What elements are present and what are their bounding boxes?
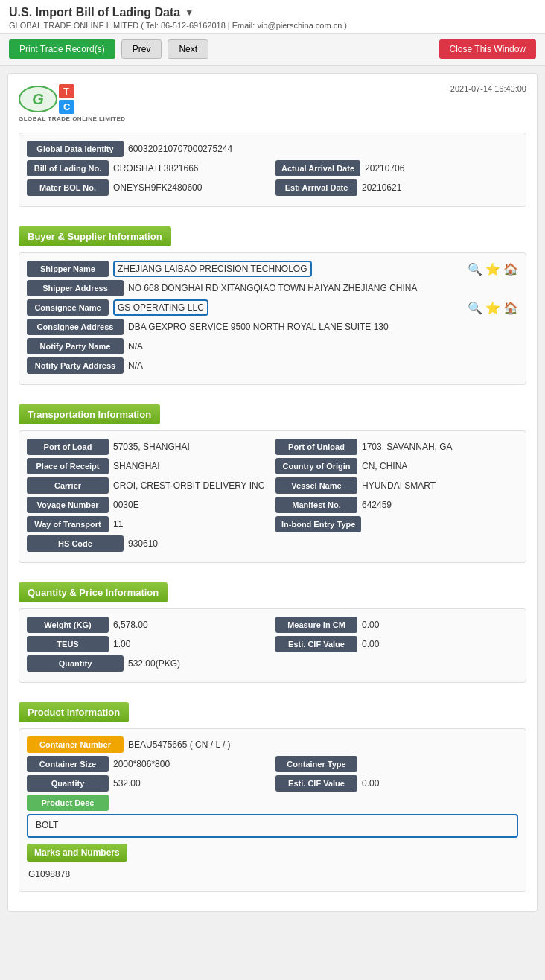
hs-code-row: HS Code 930610 bbox=[27, 535, 518, 552]
consignee-name-value: GS OPERATING LLC bbox=[109, 299, 462, 316]
receipt-origin-row: Place of Receipt SHANGHAI Country of Ori… bbox=[27, 458, 518, 474]
notify-party-address-label: Notify Party Address bbox=[27, 357, 124, 374]
prev-button[interactable]: Prev bbox=[121, 39, 162, 59]
place-receipt-label: Place of Receipt bbox=[27, 458, 109, 474]
consignee-name-pair: Consignee Name GS OPERATING LLC bbox=[27, 299, 462, 316]
product-qty-value: 532.00 bbox=[109, 778, 270, 789]
master-bol-label: Mater BOL No. bbox=[27, 179, 109, 196]
master-bol-value: ONEYSH9FK2480600 bbox=[109, 182, 270, 193]
buyer-supplier-section: Shipper Name ZHEJIANG LAIBAO PRECISION T… bbox=[19, 252, 526, 385]
shipper-address-value: NO 668 DONGHAI RD XITANGQIAO TOWN HAIYAN… bbox=[124, 283, 518, 293]
measure-pair: Measure in CM 0.00 bbox=[275, 617, 518, 633]
consignee-address-row: Consignee Address DBA GEXPRO SERVICE 950… bbox=[27, 319, 518, 335]
esti-arrival-pair: Esti Arrival Date 20210621 bbox=[275, 179, 518, 196]
page-header: U.S. Import Bill of Lading Data ▼ GLOBAL… bbox=[0, 0, 545, 34]
actual-arrival-value: 20210706 bbox=[360, 163, 518, 174]
port-unload-value: 1703, SAVANNAH, GA bbox=[357, 442, 518, 452]
weight-value: 6,578.00 bbox=[109, 620, 270, 630]
notify-party-address-value: N/A bbox=[124, 360, 518, 371]
inbond-label: In-bond Entry Type bbox=[275, 516, 361, 532]
esti-cif-pair: Esti. CIF Value 0.00 bbox=[275, 636, 518, 652]
page-title-text: U.S. Import Bill of Lading Data bbox=[9, 6, 180, 19]
container-type-pair: Container Type bbox=[275, 756, 518, 772]
teus-label: TEUS bbox=[27, 636, 109, 652]
carrier-value: CROI, CREST-ORBIT DELIVERY INC bbox=[109, 480, 270, 491]
product-header: Product Information bbox=[19, 702, 129, 722]
doc-header: G T C GLOBAL TRADE ONLINE LIMITED 2021-0… bbox=[19, 84, 526, 122]
esti-arrival-value: 20210621 bbox=[357, 182, 518, 193]
close-window-button[interactable]: Close This Window bbox=[439, 39, 536, 59]
voyage-label: Voyage Number bbox=[27, 497, 109, 513]
consignee-search-icon[interactable]: 🔍 bbox=[468, 301, 482, 315]
voyage-value: 0030E bbox=[109, 500, 270, 510]
inbond-pair: In-bond Entry Type bbox=[275, 516, 518, 532]
logo-graphic: G T C bbox=[19, 84, 74, 114]
consignee-address-value: DBA GEXPRO SERVICE 9500 NORTH ROYAL LANE… bbox=[124, 322, 518, 332]
toolbar: Print Trade Record(s) Prev Next Close Th… bbox=[0, 34, 545, 66]
consignee-star-icon[interactable]: ⭐ bbox=[485, 301, 500, 315]
quantity-price-section: Weight (KG) 6,578.00 Measure in CM 0.00 … bbox=[19, 608, 526, 683]
product-qty-cif-row: Quantity 532.00 Esti. CIF Value 0.00 bbox=[27, 775, 518, 792]
product-desc-value: BOLT bbox=[27, 814, 518, 838]
transportation-section: Port of Load 57035, SHANGHAI Port of Unl… bbox=[19, 430, 526, 563]
next-button[interactable]: Next bbox=[168, 39, 208, 59]
vessel-name-label: Vessel Name bbox=[275, 477, 357, 494]
country-origin-label: Country of Origin bbox=[275, 458, 357, 474]
port-load-label: Port of Load bbox=[27, 439, 109, 455]
notify-party-address-row: Notify Party Address N/A bbox=[27, 357, 518, 374]
identity-section: Global Data Identity 6003202107070002752… bbox=[19, 133, 526, 207]
product-desc-label: Product Desc bbox=[27, 795, 109, 811]
print-button[interactable]: Print Trade Record(s) bbox=[9, 39, 115, 59]
consignee-home-icon[interactable]: 🏠 bbox=[503, 301, 518, 315]
teus-cif-row: TEUS 1.00 Esti. CIF Value 0.00 bbox=[27, 636, 518, 652]
page-title: U.S. Import Bill of Lading Data ▼ bbox=[9, 6, 536, 19]
container-type-label: Container Type bbox=[275, 756, 357, 772]
shipper-address-row: Shipper Address NO 668 DONGHAI RD XITANG… bbox=[27, 280, 518, 296]
shipper-icons: 🔍 ⭐ 🏠 bbox=[468, 262, 518, 276]
product-section: Container Number BEAU5475665 ( CN / L / … bbox=[19, 728, 526, 892]
shipper-search-icon[interactable]: 🔍 bbox=[468, 262, 482, 276]
shipper-name-row: Shipper Name ZHEJIANG LAIBAO PRECISION T… bbox=[27, 261, 518, 277]
port-unload-label: Port of Unload bbox=[275, 439, 357, 455]
marks-numbers-value: G1098878 bbox=[27, 865, 518, 884]
container-number-value: BEAU5475665 ( CN / L / ) bbox=[124, 739, 518, 750]
actual-arrival-pair: Actual Arrival Date 20210706 bbox=[275, 160, 518, 176]
actual-arrival-label: Actual Arrival Date bbox=[275, 160, 360, 176]
shipper-star-icon[interactable]: ⭐ bbox=[485, 262, 500, 276]
carrier-label: Carrier bbox=[27, 477, 109, 494]
notify-party-name-label: Notify Party Name bbox=[27, 338, 124, 354]
shipper-address-label: Shipper Address bbox=[27, 280, 124, 296]
shipper-name-pair: Shipper Name ZHEJIANG LAIBAO PRECISION T… bbox=[27, 261, 462, 277]
esti-cif-value: 0.00 bbox=[357, 639, 518, 649]
voyage-manifest-row: Voyage Number 0030E Manifest No. 642459 bbox=[27, 497, 518, 513]
notify-party-name-row: Notify Party Name N/A bbox=[27, 338, 518, 354]
consignee-address-label: Consignee Address bbox=[27, 319, 124, 335]
product-qty-pair: Quantity 532.00 bbox=[27, 775, 270, 792]
title-dropdown-icon[interactable]: ▼ bbox=[185, 7, 194, 18]
container-size-label: Container Size bbox=[27, 756, 109, 772]
way-transport-label: Way of Transport bbox=[27, 516, 109, 532]
global-data-label: Global Data Identity bbox=[27, 141, 124, 157]
teus-pair: TEUS 1.00 bbox=[27, 636, 270, 652]
shipper-home-icon[interactable]: 🏠 bbox=[503, 262, 518, 276]
logo-c-icon: C bbox=[59, 100, 74, 114]
esti-cif-label: Esti. CIF Value bbox=[275, 636, 357, 652]
measure-value: 0.00 bbox=[357, 620, 518, 630]
carrier-vessel-row: Carrier CROI, CREST-ORBIT DELIVERY INC V… bbox=[27, 477, 518, 494]
global-data-row: Global Data Identity 6003202107070002752… bbox=[27, 141, 518, 157]
port-load-pair: Port of Load 57035, SHANGHAI bbox=[27, 439, 270, 455]
country-origin-value: CN, CHINA bbox=[357, 461, 518, 471]
container-size-value: 2000*806*800 bbox=[109, 759, 270, 769]
logo-t-icon: T bbox=[59, 84, 74, 98]
weight-measure-row: Weight (KG) 6,578.00 Measure in CM 0.00 bbox=[27, 617, 518, 633]
logo-area: G T C GLOBAL TRADE ONLINE LIMITED bbox=[19, 84, 126, 122]
shipper-name-label: Shipper Name bbox=[27, 261, 109, 277]
product-cif-value: 0.00 bbox=[357, 778, 518, 789]
manifest-pair: Manifest No. 642459 bbox=[275, 497, 518, 513]
page-subtitle: GLOBAL TRADE ONLINE LIMITED ( Tel: 86-51… bbox=[9, 21, 536, 30]
way-transport-value: 11 bbox=[109, 519, 270, 529]
logo-text: GLOBAL TRADE ONLINE LIMITED bbox=[19, 115, 126, 122]
voyage-pair: Voyage Number 0030E bbox=[27, 497, 270, 513]
shipper-name-highlight: ZHEJIANG LAIBAO PRECISION TECHNOLOG bbox=[113, 261, 312, 277]
hs-code-value: 930610 bbox=[124, 538, 518, 549]
